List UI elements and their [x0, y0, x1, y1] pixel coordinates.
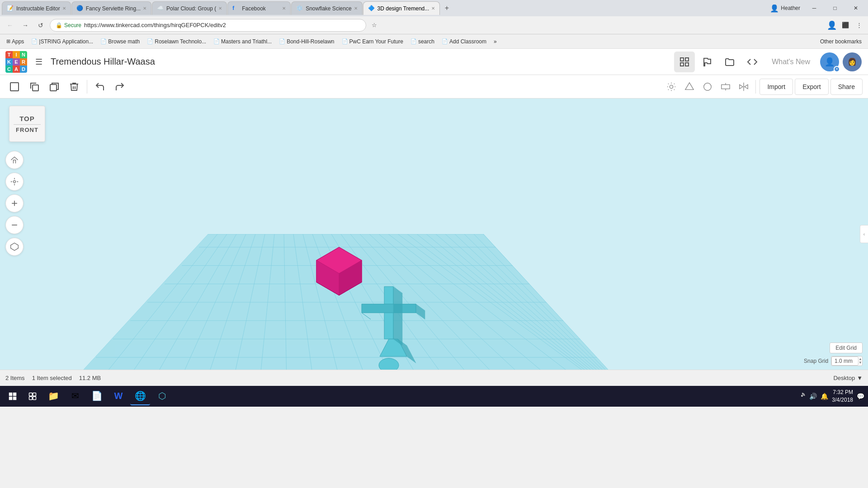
- taskbar-word[interactable]: W: [108, 387, 128, 405]
- taskbar-pdf[interactable]: 📄: [87, 387, 107, 405]
- share-button[interactable]: Share: [830, 79, 863, 95]
- zoom-in-button[interactable]: [5, 194, 24, 212]
- bookmark-pwc[interactable]: 📄 PwC Earn Your Future: [339, 37, 406, 46]
- network-icon[interactable]: [798, 392, 806, 401]
- shape-tool-button[interactable]: [5, 78, 24, 96]
- tab-label-6: 3D design Tremend...: [377, 5, 429, 12]
- user-avatar: 👤 +: [820, 52, 839, 71]
- address-input[interactable]: 🔒 Secure https://www.tinkercad.com/thing…: [50, 19, 366, 32]
- desktop-dropdown[interactable]: ▼: [857, 375, 863, 381]
- copy-tool-button[interactable]: [25, 78, 43, 96]
- logo-k: K: [5, 58, 13, 66]
- hamburger-menu[interactable]: ☰: [31, 54, 47, 70]
- bookmark-icon-8: 📄: [442, 38, 448, 44]
- bookmark-math[interactable]: 📄 Browse math: [98, 37, 142, 46]
- extensions-icon[interactable]: ⬛: [840, 20, 851, 31]
- edit-grid-button[interactable]: Edit Grid: [830, 343, 863, 353]
- window-controls: ─ □ ✕: [804, 0, 866, 16]
- svg-line-11: [674, 89, 675, 89]
- tab-close-6[interactable]: ✕: [431, 6, 435, 11]
- start-button[interactable]: [4, 387, 22, 405]
- forward-button[interactable]: →: [19, 19, 32, 32]
- tab-favicon-6: 🔷: [368, 5, 375, 12]
- bookmark-star[interactable]: ☆: [369, 20, 380, 31]
- tab-close-4[interactable]: ✕: [282, 6, 286, 11]
- tab-serviette[interactable]: 🔵 Fancy Serviette Ring... ✕: [71, 1, 151, 15]
- tab-close-3[interactable]: ✕: [218, 6, 222, 11]
- export-button[interactable]: Export: [795, 79, 828, 95]
- fit-view-button[interactable]: [5, 173, 24, 191]
- tab-close-5[interactable]: ✕: [354, 6, 358, 11]
- zoom-out-button[interactable]: [5, 216, 24, 234]
- minimize-button[interactable]: ─: [804, 0, 825, 16]
- tab-snowflake[interactable]: ❄️ Snowflake Science ✕: [291, 1, 362, 15]
- volume-icon[interactable]: 🔊: [809, 393, 817, 400]
- bookmark-classroom-label: Add Classroom: [449, 38, 486, 45]
- redo-tool-button[interactable]: [111, 78, 129, 96]
- code-button[interactable]: [742, 52, 763, 72]
- svg-rect-17: [722, 84, 730, 89]
- orientation-cube[interactable]: TOP FRONT: [9, 106, 45, 142]
- bookmark-search[interactable]: 📄 search: [408, 37, 437, 46]
- add-user-button[interactable]: 👤 +: [819, 52, 840, 72]
- tab-instructable[interactable]: 📝 Instructable Editor ✕: [2, 1, 71, 15]
- taskbar-clock[interactable]: 7:32 PM 3/4/2018: [832, 389, 853, 404]
- right-panel-toggle[interactable]: ‹: [860, 225, 868, 243]
- bookmark-roselawn[interactable]: 📄 Roselawn Technolo...: [144, 37, 209, 46]
- taskbar-file-explorer[interactable]: 📁: [43, 387, 63, 405]
- tools-button[interactable]: [697, 52, 717, 72]
- bookmark-more[interactable]: »: [491, 37, 500, 46]
- close-button[interactable]: ✕: [845, 0, 866, 16]
- desktop-status: Desktop ▼: [833, 375, 863, 381]
- tab-close-1[interactable]: ✕: [62, 6, 66, 11]
- snap-value-input[interactable]: 1.0 mm: [831, 357, 859, 366]
- tab-tinkercad[interactable]: 🔷 3D design Tremend... ✕: [363, 1, 440, 15]
- taskbar-mail[interactable]: ✉: [65, 387, 85, 405]
- folder-button[interactable]: [719, 52, 740, 72]
- word-icon: W: [114, 391, 123, 401]
- align-tool-button[interactable]: [717, 79, 734, 95]
- bookmark-apps[interactable]: ⊞ Apps: [4, 37, 27, 46]
- notification-icon[interactable]: 🔔: [821, 393, 828, 400]
- bookmark-classroom[interactable]: 📄 Add Classroom: [439, 37, 489, 46]
- bookmark-other[interactable]: Other bookmarks: [817, 37, 864, 46]
- tab-close-2[interactable]: ✕: [143, 6, 146, 11]
- shape-outline-button[interactable]: [681, 79, 698, 95]
- bookmark-masters[interactable]: 📄 Masters and Triathl...: [211, 37, 274, 46]
- tab-facebook[interactable]: f Facebook ✕: [227, 1, 291, 15]
- toolbar-separator-2: [755, 80, 756, 94]
- profile-icon[interactable]: 👤: [826, 20, 837, 31]
- grid-view-button[interactable]: [674, 52, 695, 72]
- taskbar-tinkercad[interactable]: ⬡: [152, 387, 172, 405]
- logo-t: T: [5, 51, 13, 58]
- snap-down-arrow[interactable]: ▼: [859, 361, 862, 365]
- delete-tool-button[interactable]: [65, 78, 83, 96]
- taskbar-chrome[interactable]: 🌐: [130, 387, 150, 405]
- task-view-button[interactable]: [24, 387, 42, 405]
- circle-tool-button[interactable]: [699, 79, 716, 95]
- svg-marker-72: [362, 304, 416, 313]
- profile-avatar-button[interactable]: 👩: [842, 52, 863, 72]
- light-tool-button[interactable]: [663, 79, 679, 95]
- chrome-menu[interactable]: ⋮: [854, 20, 864, 31]
- duplicate-tool-button[interactable]: [45, 78, 63, 96]
- address-bar: ← → ↺ 🔒 Secure https://www.tinkercad.com…: [0, 16, 868, 34]
- 3d-view-button[interactable]: [5, 238, 24, 256]
- edit-grid-label: Edit Grid: [835, 345, 857, 351]
- back-button[interactable]: ←: [4, 19, 16, 32]
- bookmark-bond[interactable]: 📄 Bond-Hill-Roselawn: [276, 37, 337, 46]
- mirror-tool-button[interactable]: [736, 79, 752, 95]
- refresh-button[interactable]: ↺: [34, 19, 47, 32]
- action-center[interactable]: 💬: [857, 393, 864, 400]
- home-view-button[interactable]: [5, 151, 24, 169]
- import-button[interactable]: Import: [760, 79, 793, 95]
- viewport-3d[interactable]: TOP FRONT: [0, 99, 868, 370]
- bookmark-string[interactable]: 📄 |STRING Application...: [28, 37, 96, 46]
- maximize-button[interactable]: □: [825, 0, 845, 16]
- whats-new-button[interactable]: What's New: [764, 52, 817, 72]
- logo-i: I: [13, 51, 20, 58]
- tab-polar[interactable]: ☁️ Polar Cloud: Group ( ✕: [152, 1, 227, 15]
- tinkercad-logo[interactable]: T I N K E R C A D: [5, 51, 27, 73]
- new-tab-button[interactable]: +: [440, 2, 453, 14]
- undo-tool-button[interactable]: [91, 78, 109, 96]
